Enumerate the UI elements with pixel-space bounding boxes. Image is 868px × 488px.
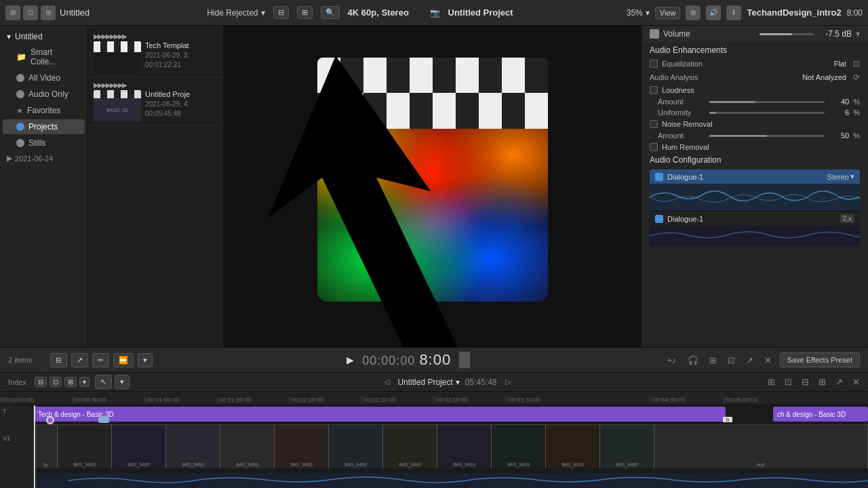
clip-img-6[interactable]: IMG_9493 (329, 425, 383, 468)
dialogue1-checkbox[interactable] (655, 173, 663, 181)
tl-project-chevron[interactable]: ▾ (456, 378, 460, 387)
loudness-amount-val: 40 (829, 98, 849, 106)
equalization-checkbox[interactable] (650, 60, 658, 68)
clip-img-1[interactable]: IMG_9493 (58, 425, 112, 468)
svg-rect-6 (121, 41, 127, 52)
clip-img-3[interactable]: IMG_9493 (166, 425, 220, 468)
audio-lanes-btn[interactable]: ⊞ (765, 375, 778, 388)
timeline-toolbar: ⊟ ⊡ ⊞ ▾ (35, 377, 90, 387)
inspector-icon[interactable]: ⊞ (686, 5, 701, 20)
clip-selection[interactable] (98, 416, 109, 423)
clip-img-end[interactable]: end (654, 425, 868, 468)
save-effects-preset-btn[interactable]: Save Effects Preset (780, 352, 860, 367)
zoom-control[interactable]: 35% ▾ (627, 8, 650, 18)
video-clip-first[interactable]: Te (34, 425, 58, 468)
close-timeline-btn[interactable]: ✕ (762, 354, 774, 367)
clip-marker[interactable] (46, 416, 54, 424)
index-label[interactable]: Index (5, 377, 29, 388)
clip-connections-btn[interactable]: ⊡ (782, 375, 795, 388)
cursor-btn[interactable]: ↖ (95, 375, 112, 389)
prev-nav-btn[interactable]: ◁ (381, 376, 392, 388)
export-btn[interactable]: ↗ (743, 354, 756, 367)
hide-rejected-filter[interactable]: Hide Rejected ▾ (207, 8, 264, 18)
uniformity-slider[interactable] (709, 112, 825, 114)
app-icon-2[interactable]: ⊡ (23, 5, 38, 20)
zoom-fit-btn[interactable]: ⊞ (816, 375, 829, 388)
sidebar-item-smart-collections[interactable]: 📁 Smart Colle... (3, 45, 85, 69)
search-btn[interactable]: 🔍 (321, 6, 340, 19)
volume-slider[interactable] (760, 33, 814, 35)
clip-img-2[interactable]: IMG_9493 (112, 425, 166, 468)
clip-img-5[interactable]: IMG_9493 (275, 425, 329, 468)
media-item-untitled-project[interactable]: ▶▶▶▶▶▶▶▶ (88, 77, 223, 126)
chevrons-1: ▶▶▶▶▶▶▶▶ (94, 33, 218, 40)
next-nav-btn[interactable]: ▷ (502, 376, 513, 388)
add-audio-btn[interactable]: +♪ (665, 354, 679, 367)
export-tl-btn[interactable]: ↗ (833, 375, 846, 388)
noise-amount-slider[interactable] (709, 135, 825, 137)
volume-label: Volume (663, 29, 755, 39)
volume-expand-icon[interactable]: ▾ (856, 29, 860, 39)
dialogue1b-header: Dialogue-1 2.x (650, 211, 860, 226)
clip-img-4[interactable]: IMG_9493 (220, 425, 275, 468)
clip-img-8[interactable]: IMG_9493 (437, 425, 492, 468)
view-btn[interactable]: View (655, 7, 681, 19)
audio-analysis-action-icon[interactable]: ⟳ (853, 73, 860, 82)
noise-checkbox[interactable] (650, 120, 658, 128)
layout-btn-2[interactable]: ⊞ (297, 6, 313, 19)
stereo-selector[interactable]: Stereo ▾ (827, 172, 854, 181)
tl-btn-2[interactable]: ⊡ (50, 377, 62, 387)
close-tl-btn[interactable]: ✕ (850, 375, 863, 388)
layout-btn-1[interactable]: ⊟ (273, 6, 289, 19)
sidebar-item-all-video[interactable]: All Video (3, 70, 85, 85)
audio-waveform-2 (650, 226, 860, 246)
headphone-btn[interactable]: 🎧 (685, 354, 701, 367)
trim-btn[interactable]: ✂ (92, 353, 109, 367)
tl-btn-4[interactable]: ▾ (79, 377, 90, 387)
hum-checkbox[interactable] (650, 143, 658, 151)
viewer-btn[interactable]: ⊡ (725, 354, 738, 367)
app-icon-3[interactable]: ⊞ (41, 5, 56, 20)
tick-6: 00:03:00:00 (434, 396, 507, 403)
media-meta-dur-2: 00:05:45:48 (145, 109, 218, 119)
sidebar-root[interactable]: ▾ Untitled (0, 30, 87, 43)
sidebar-date-group[interactable]: ▶ 2021-06-24 (0, 152, 87, 165)
camera-icon: 📷 (430, 8, 440, 18)
clip-img-10[interactable]: IMG_9493 (546, 425, 600, 468)
clip-appearance-btn[interactable]: ⊟ (50, 353, 67, 367)
sidebar-item-favorites[interactable]: ★ Favorites (3, 103, 85, 118)
play-button[interactable]: ▶ (347, 354, 354, 365)
equalization-options-icon[interactable]: ⊡ (853, 59, 860, 68)
sidebar-item-audio-only[interactable]: Audio Only (3, 87, 85, 102)
clip-img-9[interactable]: IMG_9493 (492, 425, 546, 468)
sidebar-item-stills[interactable]: Stills (3, 136, 85, 150)
clip-img-11[interactable]: IMG_9493 (600, 425, 654, 468)
loudness-amount-slider[interactable] (709, 101, 825, 103)
more-tools-btn[interactable]: ▾ (138, 353, 153, 367)
circle-icon (16, 74, 24, 82)
title-track[interactable]: Tech & design - Basic 3D (34, 407, 726, 422)
loudness-row: Loudness (642, 84, 868, 96)
info-icon[interactable]: ℹ (726, 5, 741, 20)
dialogue1b-checkbox[interactable] (655, 215, 663, 223)
media-item-tech-template[interactable]: ▶▶▶▶▶▶▶▶ (88, 28, 223, 77)
tl-btn-1[interactable]: ⊟ (35, 377, 47, 387)
dialogue1-header: Dialogue-1 Stereo ▾ (650, 169, 860, 184)
svg-rect-11 (94, 90, 100, 98)
media-info-1: Tech Templat 2021-06-29, 3: 00:01:22:21 (145, 41, 218, 73)
skimmer-btn[interactable]: ⊟ (799, 375, 812, 388)
cursor-more-btn[interactable]: ▾ (115, 375, 130, 389)
loudness-checkbox[interactable] (650, 86, 658, 94)
clip-img-7[interactable]: IMG_9493 (383, 425, 437, 468)
transform-btn[interactable]: ↗ (71, 353, 88, 367)
connect-btn[interactable]: ⊞ (707, 354, 719, 367)
tl-btn-3[interactable]: ⊞ (64, 377, 77, 387)
sidebar-item-projects[interactable]: Projects (3, 119, 85, 134)
top-bar-right: 35% ▾ View ⊞ 🔊 ℹ TechandDesign_intro2 8:… (627, 5, 863, 20)
title-track-2[interactable]: ch & design - Basic 3D (773, 407, 868, 422)
dialogue1b-badge[interactable]: 2.x (840, 214, 854, 223)
audio-icon[interactable]: 🔊 (706, 5, 721, 20)
playhead[interactable] (34, 405, 35, 488)
app-icon-1[interactable]: ⊞ (5, 5, 20, 20)
speed-btn[interactable]: ⏩ (113, 353, 134, 367)
